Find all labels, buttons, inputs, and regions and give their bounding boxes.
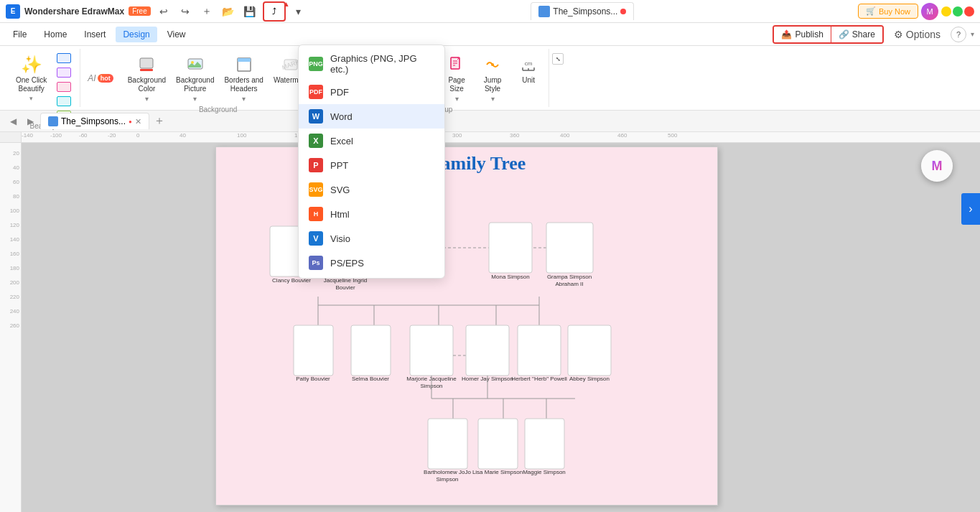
ribbon-expand-button[interactable]: ⤡ bbox=[552, 53, 564, 65]
unit-button[interactable]: cm Unit bbox=[511, 52, 546, 106]
floating-m-button[interactable]: M bbox=[921, 150, 953, 182]
minimize-button[interactable] bbox=[941, 6, 951, 17]
hot-badge: hot bbox=[98, 74, 113, 83]
dropdown-item-html[interactable]: H Html bbox=[299, 202, 444, 226]
canvas-page[interactable]: ns Family Tree bbox=[215, 146, 718, 506]
more-button[interactable]: ▾ bbox=[290, 3, 307, 20]
dropdown-item-svg[interactable]: SVG SVG bbox=[299, 177, 444, 202]
ribbon-expand-area: ⤡ bbox=[552, 49, 564, 107]
menu-bar: File Home Insert Design View 📤 Publish 🔗… bbox=[0, 23, 980, 46]
gear-icon: ⚙ bbox=[894, 29, 903, 40]
svg-text:Bouvier: Bouvier bbox=[335, 284, 355, 291]
buy-now-button[interactable]: 🛒 🛒 Buy Now Buy Now bbox=[858, 4, 918, 19]
svg-text:Simpson: Simpson bbox=[436, 476, 458, 483]
svg-text:Bartholomew JoJo: Bartholomew JoJo bbox=[424, 469, 471, 475]
beautify-style-4[interactable] bbox=[54, 95, 74, 108]
dropdown-item-pdf[interactable]: PDF PDF bbox=[299, 80, 444, 104]
background-section-label: Background bbox=[123, 106, 313, 115]
m-icon: M bbox=[932, 159, 943, 174]
jump-style-chevron-icon: ▾ bbox=[491, 95, 495, 103]
background-picture-button[interactable]: BackgroundPicture ▾ bbox=[172, 52, 218, 106]
help-button[interactable]: ? bbox=[951, 27, 966, 42]
menu-design[interactable]: Design bbox=[116, 27, 157, 42]
page-title: ns Family Tree bbox=[216, 147, 717, 174]
title-tab[interactable]: The_Simpsons... bbox=[531, 2, 634, 20]
export-icon: ⤴ bbox=[272, 6, 276, 17]
svg-rect-0 bbox=[140, 58, 153, 68]
save-button[interactable]: 💾 bbox=[241, 3, 258, 20]
tab-file-icon bbox=[48, 116, 58, 126]
dropdown-item-word[interactable]: W Word bbox=[299, 104, 444, 129]
menu-actions: 📤 Publish 🔗 Share ⚙ Options ? ▾ bbox=[773, 25, 974, 44]
borders-label: Borders andHeaders bbox=[224, 76, 263, 93]
word-icon: W bbox=[309, 109, 323, 124]
svg-text:cm: cm bbox=[525, 60, 533, 67]
export-button[interactable]: ⤴ ▲ bbox=[263, 1, 286, 22]
html-label: Html bbox=[330, 209, 350, 220]
jump-style-button[interactable]: JumpStyle ▾ bbox=[475, 52, 510, 106]
chevron-down-icon: ▾ bbox=[971, 30, 974, 38]
cart-icon: 🛒 bbox=[866, 6, 876, 16]
bg-color-label: BackgroundColor bbox=[128, 76, 166, 93]
beautify-style-1[interactable] bbox=[54, 52, 74, 65]
style-preview-3 bbox=[57, 82, 71, 92]
publish-share-group: 📤 Publish 🔗 Share bbox=[773, 25, 883, 44]
ruler-corner bbox=[0, 132, 21, 143]
svg-rect-65 bbox=[478, 419, 518, 469]
title-bar: E Wondershare EdrawMax Free ↩ ↪ ＋ 📂 💾 ⤴ … bbox=[0, 0, 980, 23]
svg-text:Grampa Simpson: Grampa Simpson bbox=[547, 274, 592, 280]
beautify-chevron-icon: ▾ bbox=[29, 95, 33, 102]
new-button[interactable]: ＋ bbox=[198, 3, 215, 20]
svg-rect-49 bbox=[518, 325, 561, 376]
background-color-button[interactable]: BackgroundColor ▾ bbox=[123, 52, 170, 106]
blue-arrow-icon: › bbox=[969, 203, 972, 215]
page-size-chevron-icon: ▾ bbox=[455, 95, 459, 103]
menu-view[interactable]: View bbox=[160, 27, 193, 42]
tab-nav-right[interactable]: ▶ bbox=[23, 114, 37, 129]
one-click-beautify-button[interactable]: ✨ One ClickBeautify ▾ bbox=[11, 52, 51, 105]
ps-icon: Ps bbox=[309, 256, 323, 270]
export-arrow-icon: ▲ bbox=[283, 0, 290, 8]
tab-nav-left[interactable]: ◀ bbox=[6, 114, 20, 129]
dropdown-item-ppt[interactable]: P PPT bbox=[299, 153, 444, 177]
publish-icon: 📤 bbox=[781, 29, 792, 39]
svg-text:Maggie Simpson: Maggie Simpson bbox=[523, 469, 566, 475]
borders-headers-button[interactable]: Borders andHeaders ▾ bbox=[220, 52, 267, 106]
blue-arrow-button[interactable]: › bbox=[961, 193, 980, 225]
page-size-icon bbox=[447, 55, 467, 75]
menu-insert[interactable]: Insert bbox=[77, 27, 113, 42]
open-button[interactable]: 📂 bbox=[220, 3, 237, 20]
export-dropdown-menu: PNG Graphics (PNG, JPG etc.) PDF PDF W W… bbox=[298, 45, 445, 279]
beautify-style-3[interactable] bbox=[54, 80, 74, 93]
bg-color-chevron-icon: ▾ bbox=[145, 95, 149, 103]
menu-file[interactable]: File bbox=[6, 27, 34, 42]
user-avatar[interactable]: M bbox=[921, 3, 938, 20]
close-button[interactable] bbox=[964, 6, 974, 17]
ppt-label: PPT bbox=[330, 160, 348, 171]
borders-chevron-icon: ▾ bbox=[242, 95, 246, 103]
undo-button[interactable]: ↩ bbox=[155, 3, 172, 20]
canvas-area[interactable]: ns Family Tree bbox=[22, 143, 980, 512]
dropdown-item-graphics[interactable]: PNG Graphics (PNG, JPG etc.) bbox=[299, 48, 444, 80]
share-button[interactable]: 🔗 Share bbox=[831, 27, 882, 42]
beautify-style-2[interactable] bbox=[54, 66, 74, 79]
one-click-label: One ClickBeautify bbox=[16, 76, 47, 93]
app-name: Wondershare EdrawMax bbox=[24, 6, 124, 17]
svg-rect-46 bbox=[410, 325, 453, 376]
pseps-label: PS/EPS bbox=[330, 258, 364, 269]
share-icon: 🔗 bbox=[839, 29, 849, 39]
tab-close-icon[interactable]: ✕ bbox=[135, 117, 141, 126]
dropdown-item-pseps[interactable]: Ps PS/EPS bbox=[299, 251, 444, 275]
dropdown-item-visio[interactable]: V Visio bbox=[299, 226, 444, 251]
publish-button[interactable]: 📤 Publish bbox=[774, 27, 831, 42]
redo-button[interactable]: ↪ bbox=[177, 3, 194, 20]
diagram-tab[interactable]: The_Simpsons... ● ✕ bbox=[40, 113, 149, 129]
add-tab-button[interactable]: ＋ bbox=[152, 114, 167, 129]
maximize-button[interactable] bbox=[953, 6, 963, 17]
ribbon-background-group: BackgroundColor ▾ BackgroundPicture ▾ bbox=[121, 49, 317, 107]
dropdown-item-excel[interactable]: X Excel bbox=[299, 129, 444, 153]
options-button[interactable]: ⚙ Options bbox=[888, 26, 946, 43]
svg-icon: SVG bbox=[309, 182, 323, 197]
vertical-ruler: 20 40 60 80 100 120 140 160 180 200 220 … bbox=[0, 132, 22, 512]
menu-home[interactable]: Home bbox=[37, 27, 74, 42]
